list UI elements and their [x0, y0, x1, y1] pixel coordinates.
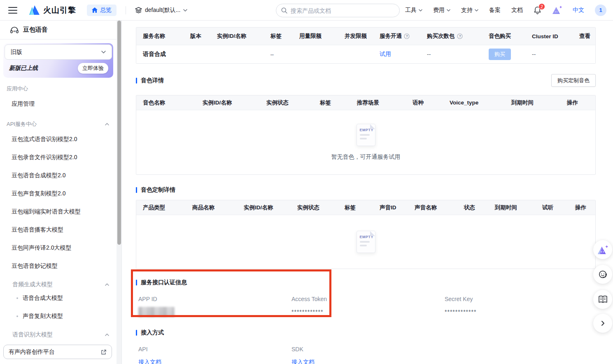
nav-menu-billing[interactable]: 费用: [433, 7, 450, 14]
user-avatar[interactable]: 1: [595, 5, 606, 16]
notification-badge: 2: [538, 3, 545, 10]
sidebar-item-api-6[interactable]: 豆包同声传译2.0大模型: [0, 239, 117, 257]
support-headset-icon: [598, 270, 608, 279]
language-switch[interactable]: 中文: [573, 7, 584, 14]
col-tag: 标签: [264, 32, 293, 40]
service-table-row: 语音合成 – 试用 -- 购买 --: [136, 45, 595, 63]
sidebar-item-api-1[interactable]: 豆包录音文件识别模型2.0: [0, 148, 117, 167]
sidebar-item-api-0[interactable]: 豆包流式语音识别模型2.0: [0, 130, 117, 148]
access-section-title: 接入方式: [136, 329, 596, 336]
nav-menu-tools[interactable]: 工具: [405, 7, 422, 14]
sidebar-item-api-2[interactable]: 豆包语音合成模型2.0: [0, 167, 117, 185]
voice-section-title: 音色详情: [136, 77, 164, 84]
workspace-selector[interactable]: default(默认...: [135, 7, 187, 14]
nav-link-docs[interactable]: 文档: [511, 7, 523, 14]
service-table: 服务名称 版本 实例ID/名称 标签 用量限额 并发限额 服务开通 ? 购买次数…: [136, 27, 596, 64]
nav-menu-label: 支持: [461, 7, 473, 14]
col-view: 查看: [573, 32, 595, 40]
auth-field-access-token: Access Token ************: [291, 296, 445, 317]
nav-divider: [126, 6, 126, 14]
version-selected-label: 旧版: [11, 49, 22, 56]
custom-table-header: 产品类型 商品名称 实例ID/名称 实例状态 标签 声音ID 声音名称 状态 到…: [136, 200, 595, 215]
search-input[interactable]: [291, 7, 394, 14]
voice-table: 音色名称 实例ID/名称 实例状态 标签 推荐场景 语种 Voice_type …: [136, 95, 596, 175]
chevron-down-icon: [419, 9, 422, 12]
notification-button[interactable]: 2: [534, 6, 541, 14]
volcengine-logo[interactable]: 火山引擎: [29, 5, 76, 16]
svg-text:AI: AI: [13, 30, 16, 32]
sidebar-subgroup-asr[interactable]: 语音识别大模型: [0, 325, 117, 339]
auth-field-appid: APP ID: [138, 296, 291, 317]
ai-assistant-icon: [597, 245, 608, 255]
chevron-down-icon: [447, 9, 450, 12]
product-title: 豆包语音: [23, 26, 48, 34]
col-purchase-package: 购买次数包 ?: [420, 32, 482, 40]
trial-link[interactable]: 试用: [380, 51, 391, 58]
sidebar-item-tts-large[interactable]: 语音合成大模型: [0, 289, 117, 307]
support-button[interactable]: [593, 265, 612, 284]
try-now-button[interactable]: 立即体验: [78, 63, 108, 74]
service-table-header: 服务名称 版本 实例ID/名称 标签 用量限额 并发限额 服务开通 ? 购买次数…: [136, 28, 595, 45]
col-voice-buy: 音色购买: [482, 32, 525, 40]
sidebar-group-app-center: 应用中心: [0, 78, 117, 95]
voice-empty-state: EMPTY 暂无音色，可开通服务试用: [136, 110, 595, 174]
sidebar-item-api-7[interactable]: 豆包语音妙记模型: [0, 257, 117, 275]
sidebar-header: AI 豆包语音: [0, 21, 117, 39]
svg-text:?: ?: [459, 34, 461, 38]
external-link-icon: [101, 349, 107, 355]
overview-button[interactable]: 总览: [87, 5, 117, 16]
api-docs-link[interactable]: 接入文档: [138, 359, 161, 364]
sdk-docs-link[interactable]: 接入文档: [291, 359, 315, 364]
collapse-chevron-icon: [601, 320, 605, 326]
chevron-up-icon: [105, 123, 109, 125]
nav-link-icp[interactable]: 备案: [489, 7, 501, 14]
help-icon[interactable]: ?: [457, 33, 463, 39]
sidebar-item-api-5[interactable]: 豆包语音播客大模型: [0, 221, 117, 239]
buy-voice-button[interactable]: 购买: [489, 49, 511, 60]
version-selector[interactable]: 旧版: [5, 44, 112, 60]
empty-document-icon: EMPTY: [357, 124, 375, 146]
voice-empty-text: 暂无音色，可开通服务试用: [331, 153, 401, 161]
auth-section-title: 服务接口认证信息: [136, 279, 596, 286]
sidebar-item-app-manage[interactable]: 应用管理: [0, 95, 117, 113]
ai-assistant-icon[interactable]: [552, 6, 562, 14]
nav-menu-label: 工具: [405, 7, 417, 14]
custom-section-title: 音色定制详情: [136, 186, 175, 194]
package-value: --: [420, 51, 482, 58]
sidebar-item-api-4[interactable]: 豆包端到端实时语音大模型: [0, 203, 117, 221]
sidebar-item-voice-clone-large[interactable]: 声音复刻大模型: [0, 307, 117, 325]
sidebar-group-api-center[interactable]: API服务中心: [0, 113, 117, 130]
col-service-open: 服务开通 ?: [373, 32, 420, 40]
access-method-api: API 接入文档: [138, 346, 291, 364]
navbar-right: 企业 工具 费用 支持 备案 文档 2: [377, 5, 606, 16]
collapse-panel-button[interactable]: [593, 314, 612, 333]
new-version-text: 新版已上线: [9, 65, 38, 72]
custom-empty-state: EMPTY: [136, 215, 595, 269]
search-box: [276, 4, 400, 17]
masked-appid-value: [138, 307, 175, 317]
col-concurrency-quota: 并发限额: [338, 32, 373, 40]
home-icon: [92, 7, 98, 13]
help-icon[interactable]: ?: [404, 33, 410, 39]
docs-book-icon: [598, 295, 608, 304]
docs-button[interactable]: [593, 290, 612, 309]
col-version: 版本: [184, 32, 210, 40]
voice-table-header: 音色名称 实例ID/名称 实例状态 标签 推荐场景 语种 Voice_type …: [136, 95, 595, 110]
nav-menu-support[interactable]: 支持: [461, 7, 478, 14]
chevron-up-icon: [105, 334, 109, 336]
ai-assistant-button[interactable]: [593, 240, 612, 259]
col-usage-quota: 用量限额: [293, 32, 338, 40]
brand-name: 火山引擎: [43, 5, 76, 16]
nav-menu-label: 费用: [433, 7, 445, 14]
sidebar-item-api-3[interactable]: 豆包声音复刻模型2.0: [0, 185, 117, 203]
audio-content-platform-link[interactable]: 有声内容创作平台: [3, 345, 112, 359]
hamburger-menu-icon[interactable]: [8, 7, 17, 14]
layers-icon: [135, 7, 142, 14]
buy-custom-voice-button[interactable]: 购买定制音色: [551, 74, 596, 87]
svg-text:?: ?: [406, 34, 408, 38]
col-cluster-id: Cluster ID: [525, 33, 573, 39]
sidebar-scrollbar[interactable]: [117, 21, 121, 245]
sidebar-subgroup-audio-gen[interactable]: 音频生成大模型: [0, 275, 117, 289]
main-content: 服务名称 版本 实例ID/名称 标签 用量限额 并发限额 服务开通 ? 购买次数…: [122, 21, 613, 364]
access-method-sdk: SDK 接入文档: [291, 346, 445, 364]
